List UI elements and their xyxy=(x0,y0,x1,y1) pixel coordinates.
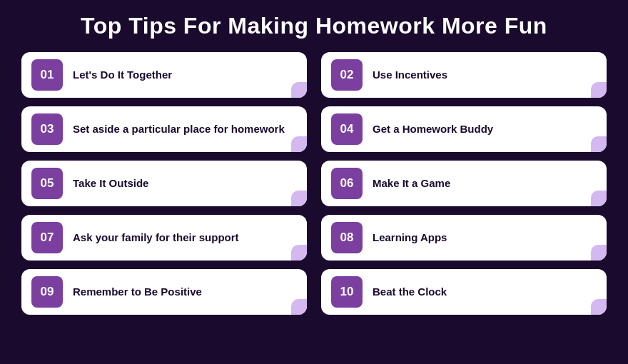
tip-number-09: 09 xyxy=(31,276,63,308)
tip-text-02: Use Incentives xyxy=(373,68,597,82)
tip-card-07: 07Ask your family for their support xyxy=(21,215,307,261)
tip-card-10: 10Beat the Clock xyxy=(321,269,607,315)
tip-text-01: Let's Do It Together xyxy=(73,68,297,82)
tips-grid: 01Let's Do It Together02Use Incentives03… xyxy=(21,52,607,315)
tip-number-03: 03 xyxy=(31,113,63,145)
tip-card-02: 02Use Incentives xyxy=(321,52,607,98)
tip-number-07: 07 xyxy=(31,222,63,253)
tip-text-10: Beat the Clock xyxy=(373,285,597,299)
tip-number-04: 04 xyxy=(331,113,363,145)
tip-text-03: Set aside a particular place for homewor… xyxy=(73,122,297,136)
tip-text-08: Learning Apps xyxy=(373,231,597,245)
tip-card-01: 01Let's Do It Together xyxy=(21,52,307,98)
tip-number-10: 10 xyxy=(331,276,363,308)
tip-card-03: 03Set aside a particular place for homew… xyxy=(21,106,307,152)
tip-card-09: 09Remember to Be Positive xyxy=(21,269,307,315)
tip-text-05: Take It Outside xyxy=(73,176,297,191)
tip-number-02: 02 xyxy=(331,59,363,91)
page-title: Top Tips For Making Homework More Fun xyxy=(81,13,547,39)
tip-text-09: Remember to Be Positive xyxy=(73,285,297,299)
tip-text-07: Ask your family for their support xyxy=(73,231,297,245)
tip-text-04: Get a Homework Buddy xyxy=(373,122,597,136)
tip-card-08: 08Learning Apps xyxy=(321,215,607,261)
tip-number-01: 01 xyxy=(31,59,63,91)
tip-number-05: 05 xyxy=(31,168,63,199)
tip-text-06: Make It a Game xyxy=(373,176,597,191)
tip-card-05: 05Take It Outside xyxy=(21,161,307,206)
tip-card-06: 06Make It a Game xyxy=(321,161,607,206)
tip-number-06: 06 xyxy=(331,168,363,199)
tip-card-04: 04Get a Homework Buddy xyxy=(321,106,607,152)
tip-number-08: 08 xyxy=(331,222,363,253)
